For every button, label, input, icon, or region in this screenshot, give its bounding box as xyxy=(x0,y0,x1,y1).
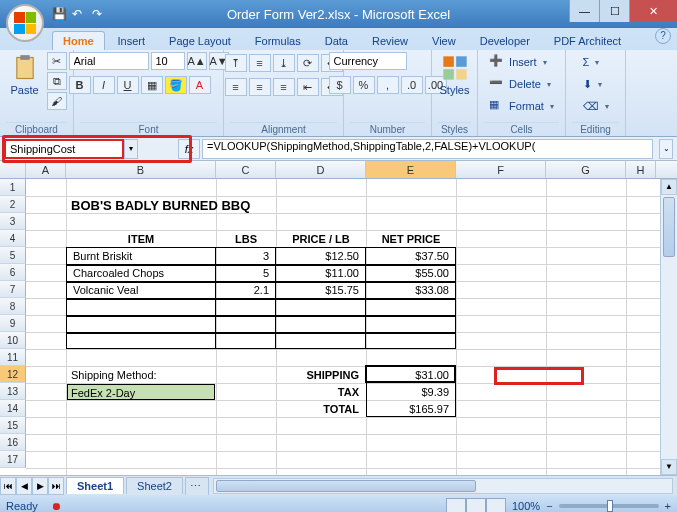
comma-button[interactable]: , xyxy=(377,76,399,94)
grid[interactable]: BOB'S BADLY BURNED BBQ ITEM LBS PRICE / … xyxy=(26,179,677,475)
number-label[interactable]: Number xyxy=(350,122,425,135)
zoom-in-button[interactable]: + xyxy=(665,500,671,512)
r7-price[interactable]: $15.75 xyxy=(278,282,362,299)
format-cells-button[interactable]: ▦Format▾ xyxy=(489,96,554,116)
r5-lbs[interactable]: 3 xyxy=(218,248,272,265)
number-format-input[interactable] xyxy=(329,52,407,70)
r6-net[interactable]: $55.00 xyxy=(368,265,452,282)
insert-cells-button[interactable]: ➕Insert▾ xyxy=(489,52,547,72)
copy-button[interactable]: ⧉ xyxy=(47,72,67,90)
col-c[interactable]: C xyxy=(216,161,276,178)
val-total[interactable]: $165.97 xyxy=(368,401,452,418)
hdr-price[interactable]: PRICE / LB xyxy=(278,231,364,248)
zoom-thumb[interactable] xyxy=(607,500,613,512)
row-2[interactable]: 2 xyxy=(0,196,26,213)
row-17[interactable]: 17 xyxy=(0,451,26,468)
lbl-tax[interactable]: TAX xyxy=(278,384,362,401)
row-9[interactable]: 9 xyxy=(0,315,26,332)
val-tax[interactable]: $9.39 xyxy=(368,384,452,401)
tab-developer[interactable]: Developer xyxy=(469,31,541,50)
grow-font-button[interactable]: A▲ xyxy=(187,52,207,70)
r5-price[interactable]: $12.50 xyxy=(278,248,362,265)
font-name-input[interactable] xyxy=(69,52,149,70)
alignment-label[interactable]: Alignment xyxy=(230,122,337,135)
page-break-view-button[interactable] xyxy=(486,498,506,512)
font-color-button[interactable]: A xyxy=(189,76,211,94)
row-15[interactable]: 15 xyxy=(0,417,26,434)
horizontal-scrollbar[interactable] xyxy=(213,478,673,494)
paste-button[interactable]: Paste xyxy=(7,52,43,98)
align-bottom-button[interactable]: ⤓ xyxy=(273,54,295,72)
cell-title[interactable]: BOB'S BADLY BURNED BBQ xyxy=(68,197,253,214)
percent-button[interactable]: % xyxy=(353,76,375,94)
ship-method-label[interactable]: Shipping Method: xyxy=(68,367,160,384)
styles-group-label[interactable]: Styles xyxy=(438,122,471,135)
tab-formulas[interactable]: Formulas xyxy=(244,31,312,50)
tab-home[interactable]: Home xyxy=(52,31,105,50)
hdr-net[interactable]: NET PRICE xyxy=(368,231,454,248)
r6-lbs[interactable]: 5 xyxy=(218,265,272,282)
row-7[interactable]: 7 xyxy=(0,281,26,298)
last-sheet-button[interactable]: ⏭ xyxy=(48,477,64,495)
tab-data[interactable]: Data xyxy=(314,31,359,50)
page-layout-view-button[interactable] xyxy=(466,498,486,512)
font-label[interactable]: Font xyxy=(80,122,217,135)
border-button[interactable]: ▦ xyxy=(141,76,163,94)
minimize-button[interactable]: — xyxy=(569,0,599,22)
first-sheet-button[interactable]: ⏮ xyxy=(0,477,16,495)
autosum-button[interactable]: Σ▾ xyxy=(583,52,600,72)
delete-cells-button[interactable]: ➖Delete▾ xyxy=(489,74,551,94)
bold-button[interactable]: B xyxy=(69,76,91,94)
maximize-button[interactable]: ☐ xyxy=(599,0,629,22)
expand-formula-bar[interactable]: ⌄ xyxy=(659,139,673,159)
align-right-button[interactable]: ≡ xyxy=(273,78,295,96)
clipboard-label[interactable]: Clipboard xyxy=(6,122,67,135)
row-3[interactable]: 3 xyxy=(0,213,26,230)
row-12[interactable]: 12 xyxy=(0,366,26,383)
macro-record-icon[interactable]: ⏺ xyxy=(51,500,62,512)
font-size-input[interactable] xyxy=(151,52,185,70)
zoom-out-button[interactable]: − xyxy=(546,500,552,512)
save-icon[interactable]: 💾 xyxy=(52,7,66,21)
new-sheet-button[interactable]: ⋯ xyxy=(185,477,209,495)
hdr-lbs[interactable]: LBS xyxy=(218,231,274,248)
tab-insert[interactable]: Insert xyxy=(107,31,157,50)
col-h[interactable]: H xyxy=(626,161,656,178)
row-13[interactable]: 13 xyxy=(0,383,26,400)
currency-button[interactable]: $ xyxy=(329,76,351,94)
lbl-shipping[interactable]: SHIPPING xyxy=(278,367,362,384)
row-4[interactable]: 4 xyxy=(0,230,26,247)
tab-page-layout[interactable]: Page Layout xyxy=(158,31,242,50)
ship-method-cell[interactable]: FedEx 2-Day xyxy=(67,384,215,400)
row-5[interactable]: 5 xyxy=(0,247,26,264)
fill-button[interactable]: ⬇▾ xyxy=(583,74,602,94)
col-a[interactable]: A xyxy=(26,161,66,178)
office-button[interactable] xyxy=(6,4,44,42)
worksheet[interactable]: 1 2 3 4 5 6 7 8 9 10 11 12 13 14 15 16 1… xyxy=(0,179,677,475)
lbl-total[interactable]: TOTAL xyxy=(278,401,362,418)
val-shipping[interactable]: $31.00 xyxy=(368,367,452,384)
hdr-item[interactable]: ITEM xyxy=(68,231,214,248)
prev-sheet-button[interactable]: ◀ xyxy=(16,477,32,495)
vertical-scrollbar[interactable]: ▲ ▼ xyxy=(660,179,677,475)
scroll-down-button[interactable]: ▼ xyxy=(661,459,677,475)
col-g[interactable]: G xyxy=(546,161,626,178)
editing-label[interactable]: Editing xyxy=(572,122,619,135)
scroll-thumb[interactable] xyxy=(663,197,675,257)
cells-label[interactable]: Cells xyxy=(484,122,559,135)
select-all-corner[interactable] xyxy=(0,161,26,178)
tab-pdf-architect[interactable]: PDF Architect xyxy=(543,31,632,50)
row-16[interactable]: 16 xyxy=(0,434,26,451)
r7-net[interactable]: $33.08 xyxy=(368,282,452,299)
clear-button[interactable]: ⌫▾ xyxy=(583,96,609,116)
next-sheet-button[interactable]: ▶ xyxy=(32,477,48,495)
r7-item[interactable]: Volcanic Veal xyxy=(70,282,141,299)
decrease-indent-button[interactable]: ⇤ xyxy=(297,78,319,96)
increase-decimal-button[interactable]: .0 xyxy=(401,76,423,94)
r5-item[interactable]: Burnt Briskit xyxy=(70,248,135,265)
zoom-slider[interactable] xyxy=(559,504,659,508)
hscroll-thumb[interactable] xyxy=(216,480,476,492)
row-11[interactable]: 11 xyxy=(0,349,26,366)
underline-button[interactable]: U xyxy=(117,76,139,94)
align-left-button[interactable]: ≡ xyxy=(225,78,247,96)
